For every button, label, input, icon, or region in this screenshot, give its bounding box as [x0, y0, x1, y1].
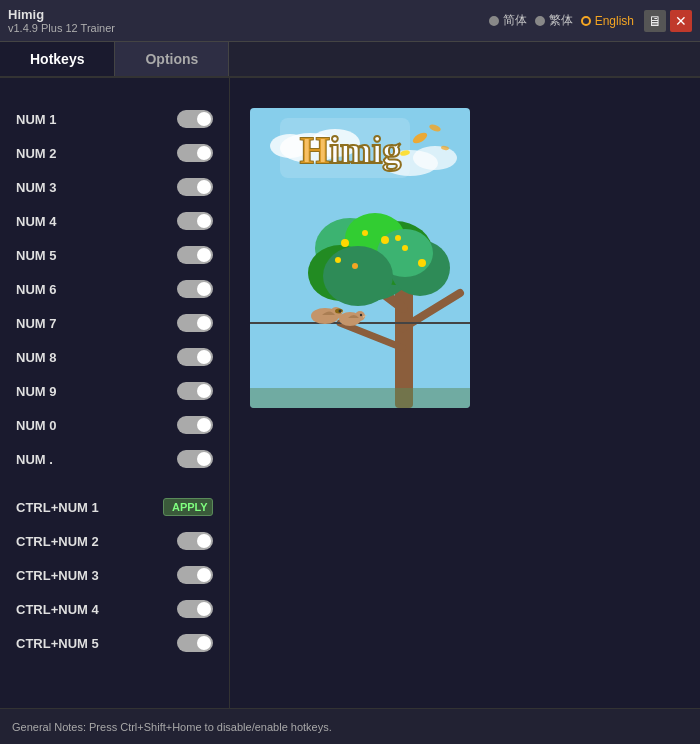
- radio-english: [581, 16, 591, 26]
- lang-traditional-label: 繁体: [549, 12, 573, 29]
- svg-point-25: [341, 239, 349, 247]
- hotkey-label-ctrl-num4: CTRL+NUM 4: [16, 602, 106, 617]
- close-button[interactable]: ✕: [670, 10, 692, 32]
- hotkey-row-num8: NUM 8: [0, 340, 229, 374]
- toggle-num3[interactable]: [177, 178, 213, 196]
- tab-options[interactable]: Options: [115, 42, 229, 76]
- hotkey-row-ctrl-num5: CTRL+NUM 5: [0, 626, 229, 660]
- footer: General Notes: Press Ctrl+Shift+Home to …: [0, 708, 700, 744]
- svg-point-30: [335, 257, 341, 263]
- hotkey-row-numdot: NUM .: [0, 442, 229, 476]
- lang-traditional[interactable]: 繁体: [535, 12, 573, 29]
- toggle-ctrl-num3[interactable]: [177, 566, 213, 584]
- svg-text:H: H: [300, 129, 330, 171]
- toggle-num4[interactable]: [177, 212, 213, 230]
- hotkey-row-num4: NUM 4: [0, 204, 229, 238]
- svg-point-24: [323, 246, 393, 306]
- svg-point-27: [381, 236, 389, 244]
- hotkey-label-ctrl-num3: CTRL+NUM 3: [16, 568, 106, 583]
- toggle-ctrl-num4[interactable]: [177, 600, 213, 618]
- hotkey-label-num0: NUM 0: [16, 418, 106, 433]
- svg-point-37: [339, 310, 342, 313]
- title-bar: Himig v1.4.9 Plus 12 Trainer 简体 繁体 Engli…: [0, 0, 700, 42]
- title-bar-left: Himig v1.4.9 Plus 12 Trainer: [8, 7, 115, 34]
- lang-english-label: English: [595, 14, 634, 28]
- hotkey-label-num3: NUM 3: [16, 180, 106, 195]
- hotkey-row-num7: NUM 7: [0, 306, 229, 340]
- toggle-num2[interactable]: [177, 144, 213, 162]
- title-bar-right: 简体 繁体 English 🖥 ✕: [489, 10, 692, 32]
- hotkey-label-ctrl-num1: CTRL+NUM 1: [16, 500, 106, 515]
- hotkey-label-num4: NUM 4: [16, 214, 106, 229]
- footer-note: General Notes: Press Ctrl+Shift+Home to …: [12, 721, 332, 733]
- hotkey-row-ctrl-num2: CTRL+NUM 2: [0, 524, 229, 558]
- toggle-num8[interactable]: [177, 348, 213, 366]
- toggle-num0[interactable]: [177, 416, 213, 434]
- left-panel: NUM 1 NUM 2 NUM 3 NUM 4 NUM 5 NUM 6: [0, 78, 230, 708]
- svg-rect-41: [250, 388, 470, 408]
- main-content: NUM 1 NUM 2 NUM 3 NUM 4 NUM 5 NUM 6: [0, 78, 700, 708]
- lang-english[interactable]: English: [581, 14, 634, 28]
- hotkey-label-num1: NUM 1: [16, 112, 106, 127]
- hotkey-label-num2: NUM 2: [16, 146, 106, 161]
- hotkey-label-numdot: NUM .: [16, 452, 106, 467]
- app-subtitle: v1.4.9 Plus 12 Trainer: [8, 22, 115, 34]
- language-group: 简体 繁体 English: [489, 12, 634, 29]
- toggle-numdot[interactable]: [177, 450, 213, 468]
- svg-point-26: [362, 230, 368, 236]
- toggle-num1[interactable]: [177, 110, 213, 128]
- svg-point-40: [360, 314, 362, 316]
- svg-point-29: [418, 259, 426, 267]
- tab-hotkeys-label: Hotkeys: [30, 51, 84, 67]
- lang-simplified-label: 简体: [503, 12, 527, 29]
- toggle-ctrl-num2[interactable]: [177, 532, 213, 550]
- toggle-num6[interactable]: [177, 280, 213, 298]
- hotkey-row-num2: NUM 2: [0, 136, 229, 170]
- tab-options-label: Options: [145, 51, 198, 67]
- hotkey-row-num3: NUM 3: [0, 170, 229, 204]
- svg-point-32: [395, 235, 401, 241]
- game-art: Himig H: [250, 108, 470, 408]
- hotkey-label-num9: NUM 9: [16, 384, 106, 399]
- hotkey-label-num8: NUM 8: [16, 350, 106, 365]
- hotkey-label-num5: NUM 5: [16, 248, 106, 263]
- svg-point-31: [352, 263, 358, 269]
- lang-simplified[interactable]: 简体: [489, 12, 527, 29]
- tab-hotkeys[interactable]: Hotkeys: [0, 42, 115, 76]
- hotkey-row-ctrl-num3: CTRL+NUM 3: [0, 558, 229, 592]
- hotkey-row-ctrl-num4: CTRL+NUM 4: [0, 592, 229, 626]
- tab-bar: Hotkeys Options: [0, 42, 700, 78]
- hotkey-label-num7: NUM 7: [16, 316, 106, 331]
- right-panel: Himig H: [230, 78, 700, 708]
- hotkey-row-num9: NUM 9: [0, 374, 229, 408]
- minimize-button[interactable]: 🖥: [644, 10, 666, 32]
- toggle-num9[interactable]: [177, 382, 213, 400]
- app-title: Himig: [8, 7, 115, 22]
- hotkey-row-num0: NUM 0: [0, 408, 229, 442]
- svg-point-28: [402, 245, 408, 251]
- toggle-num7[interactable]: [177, 314, 213, 332]
- hotkey-row-num5: NUM 5: [0, 238, 229, 272]
- apply-button[interactable]: APPLY: [163, 498, 213, 516]
- hotkey-row-num1: NUM 1: [0, 102, 229, 136]
- svg-point-5: [413, 146, 457, 170]
- hotkey-label-ctrl-num5: CTRL+NUM 5: [16, 636, 106, 651]
- toggle-ctrl-num5[interactable]: [177, 634, 213, 652]
- hotkey-label-ctrl-num2: CTRL+NUM 2: [16, 534, 106, 549]
- window-controls: 🖥 ✕: [644, 10, 692, 32]
- hotkey-row-num6: NUM 6: [0, 272, 229, 306]
- hotkey-label-num6: NUM 6: [16, 282, 106, 297]
- radio-traditional: [535, 16, 545, 26]
- toggle-num5[interactable]: [177, 246, 213, 264]
- radio-simplified: [489, 16, 499, 26]
- hotkey-row-ctrl-num1: CTRL+NUM 1 APPLY: [0, 490, 229, 524]
